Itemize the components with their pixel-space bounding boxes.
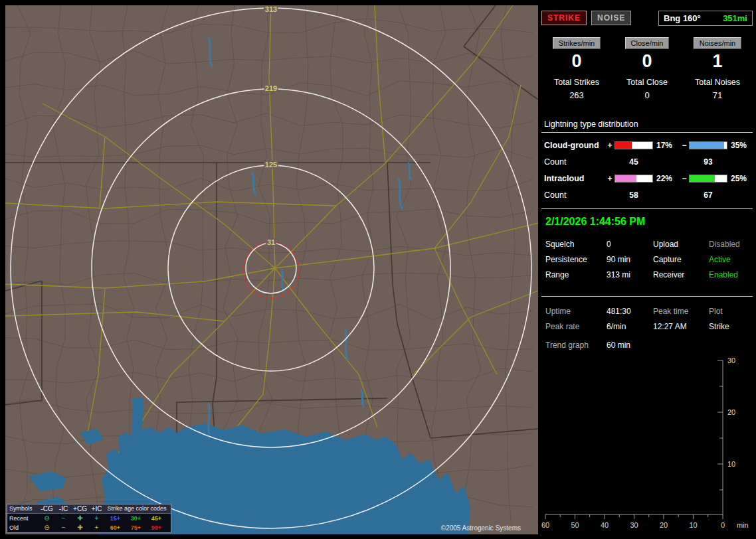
- upload-label: Upload: [653, 240, 709, 249]
- ic-positive-count: 58: [614, 191, 653, 200]
- mode-controls: STRIKE NOISE Bng 160° 351mi: [541, 10, 753, 26]
- cg-negative-count: 93: [689, 157, 727, 167]
- receiver-label: Receiver: [653, 270, 709, 279]
- y-tick-10: 10: [727, 460, 735, 468]
- ic-minus-sign: −: [680, 174, 689, 183]
- peak-time-value: 12:27 AM: [653, 322, 709, 331]
- pos-cg-old-icon: ✚: [72, 524, 88, 531]
- uptime-value: 481:30: [607, 307, 653, 316]
- x-tick-30: 30: [630, 521, 638, 529]
- ring-label-313: 313: [265, 5, 277, 13]
- legend-col-neg-ic: -IC: [55, 506, 72, 512]
- cg-plus-sign: +: [605, 141, 614, 150]
- map-panel: 313 219 125 31 Symbols -CG -IC +CG +IC S…: [5, 5, 538, 534]
- y-tick-20: 20: [727, 408, 735, 416]
- persistence-label: Persistence: [545, 255, 607, 264]
- age-30: 30+: [126, 516, 146, 522]
- distribution-table: Cloud-ground + 17% − 35% Count 45 93 Int…: [541, 133, 753, 200]
- map-canvas[interactable]: 313 219 125 31: [5, 5, 538, 534]
- legend-col-neg-cg: -CG: [39, 506, 55, 512]
- ic-count-label: Count: [544, 191, 605, 200]
- x-tick-40: 40: [601, 521, 609, 529]
- legend-header-row: Symbols -CG -IC +CG +IC Strike age color…: [7, 504, 171, 514]
- capture-status: Active: [709, 255, 749, 264]
- cg-positive-bar: [614, 141, 653, 149]
- rate-counters: Strikes/min 0 Close/min 0 Noises/min 1: [541, 37, 753, 72]
- squelch-label: Squelch: [545, 240, 607, 249]
- ring-label-31: 31: [267, 238, 275, 246]
- ic-positive-bar-fill: [615, 175, 636, 182]
- trend-axes: [545, 360, 723, 519]
- age-90: 90+: [146, 525, 167, 531]
- cg-negative-percent: 35%: [727, 141, 750, 150]
- cg-negative-bar: [689, 141, 727, 149]
- noises-per-min-value: 1: [682, 51, 753, 72]
- trend-axis-labels: 30 20 10 60 50 40 30 20 10 0 min: [541, 356, 749, 529]
- strikes-per-min-column: Strikes/min 0: [541, 37, 612, 72]
- ic-negative-bar: [689, 175, 727, 183]
- cg-count-label: Count: [544, 157, 605, 167]
- x-tick-0: 0: [721, 521, 725, 529]
- peak-rate-label: Peak rate: [545, 322, 607, 331]
- trend-graph: 30 20 10 60 50 40 30 20 10 0 min: [541, 354, 753, 532]
- upload-status: Disabled: [709, 240, 749, 249]
- total-strikes-value: 263: [541, 90, 612, 100]
- cg-positive-percent: 17%: [653, 141, 680, 150]
- legend-symbols-header: Symbols: [9, 506, 39, 512]
- peak-rate-value: 6/min: [607, 322, 653, 331]
- pos-ic-old-icon: +: [88, 524, 105, 531]
- ring-label-125: 125: [265, 161, 277, 169]
- total-noises-label: Total Noises: [682, 78, 753, 87]
- total-noises-column: Total Noises 71: [682, 78, 753, 100]
- noise-mode-button[interactable]: NOISE: [591, 11, 631, 25]
- datetime-display: 2/1/2026 1:44:56 PM: [541, 209, 753, 234]
- neg-cg-recent-icon: ⊖: [39, 515, 55, 522]
- persistence-value: 90 min: [607, 255, 653, 264]
- x-axis-unit: min: [737, 521, 749, 529]
- x-tick-50: 50: [571, 521, 579, 529]
- distribution-title: Lightning type distribution: [541, 119, 753, 133]
- distance-value: 351mi: [723, 13, 747, 23]
- x-tick-60: 60: [541, 521, 549, 529]
- status-sidebar: STRIKE NOISE Bng 160° 351mi Strikes/min …: [541, 5, 753, 534]
- cloud-ground-label: Cloud-ground: [544, 141, 605, 150]
- close-per-min-value: 0: [612, 51, 682, 72]
- intracloud-label: Intracloud: [544, 174, 605, 183]
- neg-cg-old-icon: ⊖: [39, 524, 55, 531]
- x-tick-20: 20: [660, 521, 668, 529]
- total-strikes-column: Total Strikes 263: [541, 78, 612, 100]
- total-noises-value: 71: [682, 90, 753, 100]
- ic-plus-sign: +: [605, 174, 614, 183]
- legend-old-label: Old: [9, 525, 39, 531]
- ic-negative-percent: 25%: [727, 174, 750, 183]
- range-label: Range: [545, 270, 607, 279]
- pos-cg-recent-icon: ✚: [72, 515, 88, 522]
- capture-label: Capture: [653, 255, 709, 264]
- legend-old-row: Old ⊖ − ✚ + 60+ 75+ 90+: [7, 523, 171, 532]
- strike-mode-button[interactable]: STRIKE: [541, 11, 587, 25]
- ic-positive-percent: 22%: [653, 174, 680, 183]
- neg-ic-recent-icon: −: [55, 515, 72, 522]
- ic-negative-count: 67: [689, 191, 727, 200]
- cg-minus-sign: −: [680, 141, 689, 150]
- cg-positive-count: 45: [614, 157, 653, 167]
- totals: Total Strikes 263 Total Close 0 Total No…: [541, 78, 753, 100]
- legend-recent-label: Recent: [9, 516, 39, 522]
- strikes-per-min-value: 0: [541, 51, 612, 72]
- pos-ic-recent-icon: +: [88, 515, 105, 522]
- peak-time-label: Peak time: [653, 307, 709, 316]
- noises-per-min-button[interactable]: Noises/min: [694, 37, 741, 49]
- plot-value: Strike: [709, 322, 749, 331]
- close-per-min-button[interactable]: Close/min: [625, 37, 670, 49]
- neg-ic-old-icon: −: [55, 524, 72, 531]
- strikes-per-min-button[interactable]: Strikes/min: [553, 37, 601, 49]
- bearing-range-display: Bng 160° 351mi: [658, 11, 753, 26]
- squelch-value: 0: [607, 240, 653, 249]
- total-close-label: Total Close: [612, 78, 682, 87]
- bearing-value: Bng 160°: [664, 13, 701, 23]
- ic-negative-bar-fill: [690, 175, 715, 182]
- settings-panel: Squelch 0 Upload Disabled Persistence 90…: [541, 234, 753, 287]
- legend-recent-row: Recent ⊖ − ✚ + 15+ 30+ 45+: [7, 514, 171, 523]
- ic-positive-bar: [614, 175, 653, 183]
- trend-graph-window: 60 min: [607, 341, 749, 350]
